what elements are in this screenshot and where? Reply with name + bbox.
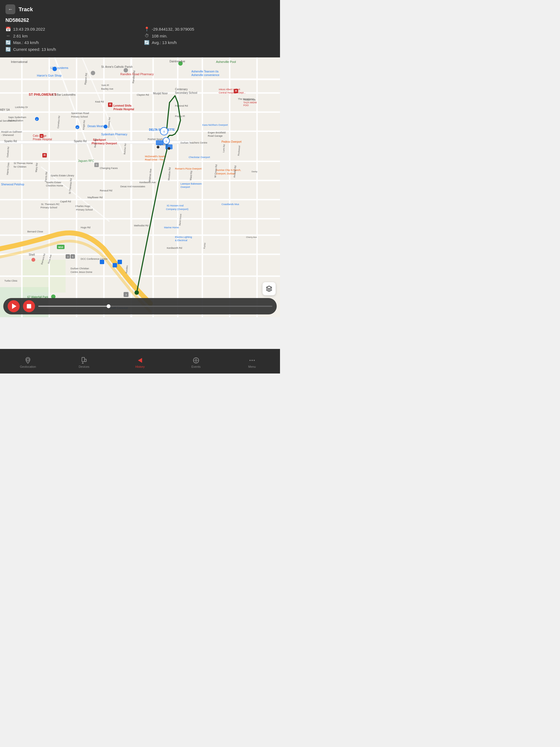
distance-icon: ↔	[5, 33, 11, 38]
svg-text:McDonald's Sparks: McDonald's Sparks	[145, 155, 166, 158]
svg-text:Overport, Durban: Overport, Durban	[216, 172, 235, 175]
device-id: ND586262	[5, 18, 275, 23]
svg-text:P: P	[36, 119, 37, 121]
coordinates-value: -29.844132, 30.979005	[152, 27, 194, 31]
duration-value: 108 min.	[152, 34, 168, 38]
nav-item-devices[interactable]: Devices	[56, 355, 112, 368]
svg-point-208	[253, 360, 255, 361]
svg-text:International: International	[11, 60, 28, 63]
nav-item-events[interactable]: Events	[168, 355, 224, 368]
events-icon	[193, 357, 200, 364]
svg-text:for Children: for Children	[14, 165, 27, 168]
svg-point-194	[27, 358, 29, 361]
timer-icon: ⏱	[144, 33, 150, 38]
svg-text:Renaud Rd: Renaud Rd	[100, 189, 112, 192]
svg-text:Secondary School: Secondary School	[175, 91, 197, 94]
menu-icon	[249, 357, 256, 364]
avg-speed-value: Avg.: 13 km/h	[152, 40, 177, 45]
svg-text:Centre Jesus Dome: Centre Jesus Dome	[71, 271, 93, 274]
geolocation-label: Geolocation	[20, 365, 36, 368]
svg-text:Locksley Dr: Locksley Dr	[15, 106, 28, 108]
nav-item-geolocation[interactable]: Geolocation	[0, 355, 56, 368]
svg-text:St Thomas Home: St Thomas Home	[14, 162, 33, 164]
history-label: History	[135, 365, 145, 368]
svg-text:Sydenham Pharmacy: Sydenham Pharmacy	[101, 133, 127, 136]
back-button[interactable]: ←	[5, 4, 15, 14]
svg-text:Cherry Ave: Cherry Ave	[246, 236, 257, 238]
svg-text:Sparks Estate: Sparks Estate	[46, 181, 61, 184]
svg-point-207	[251, 360, 252, 361]
info-grid: 📅 13:43 29.09.2022 📍 -29.844132, 30.9790…	[5, 27, 275, 52]
header: ← Track ND586262 📅 13:43 29.09.2022 📍 -2…	[0, 0, 280, 57]
map-container[interactable]: H H H International LNK systems Haron's …	[0, 57, 280, 317]
svg-text:H: H	[109, 103, 111, 106]
max-speed-row: 🔄 Max.: 43 km/h	[5, 40, 136, 45]
page-title: Track	[19, 6, 33, 12]
svg-text:Saps Sydenham: Saps Sydenham	[8, 116, 26, 119]
svg-text:Changing Faces: Changing Faces	[100, 167, 118, 170]
svg-text:P: P	[77, 127, 78, 129]
datetime-value: 13:43 29.09.2022	[13, 27, 45, 31]
svg-point-33	[124, 68, 128, 73]
svg-text:TAZA MIDW: TAZA MIDW	[244, 101, 257, 104]
svg-text:Asherville Pool: Asherville Pool	[216, 60, 236, 63]
header-top: ← Track	[5, 4, 275, 14]
svg-text:Haron's Gun Shop: Haron's Gun Shop	[37, 74, 61, 77]
nav-item-history[interactable]: History	[112, 355, 168, 368]
datetime-row: 📅 13:43 29.09.2022	[5, 27, 136, 32]
svg-marker-199	[138, 358, 142, 363]
progress-bar[interactable]	[38, 306, 272, 307]
bottom-nav: Geolocation Devices History Events	[0, 349, 280, 374]
svg-text:Hugo Rd: Hugo Rd	[81, 226, 91, 229]
svg-text:Road Garage: Road Garage	[208, 134, 223, 137]
svg-text:H: H	[44, 154, 45, 157]
svg-text:Sparks Rd: Sparks Rd	[4, 140, 17, 143]
layer-button[interactable]	[262, 282, 276, 295]
svg-text:Engen Brickfield: Engen Brickfield	[208, 131, 226, 134]
svg-text:IG Hoosen And: IG Hoosen And	[167, 204, 183, 207]
avg-speed-row: 🔄 Avg.: 13 km/h	[144, 40, 275, 45]
coordinates-row: 📍 -29.844132, 30.979005	[144, 27, 275, 32]
history-icon	[136, 357, 144, 364]
svg-rect-193	[118, 260, 122, 264]
progress-fill	[38, 306, 108, 307]
svg-text:Primary School: Primary School	[71, 115, 88, 118]
svg-text:Desai And Assossiates: Desai And Assossiates	[120, 185, 146, 188]
svg-text:Desais Meats: Desais Meats	[87, 125, 104, 128]
svg-text:Electra Lighting: Electra Lighting	[175, 236, 192, 238]
svg-text:Spearman Road: Spearman Road	[71, 112, 89, 114]
svg-text:ABY SA: ABY SA	[0, 108, 10, 111]
svg-text:Randles Road Pharmacy: Randles Road Pharmacy	[120, 73, 154, 76]
current-speed-row: 🔄 Current speed: 13 km/h	[5, 47, 136, 52]
svg-text:Checkstar Overport: Checkstar Overport	[189, 156, 210, 159]
svg-text:Turbo Clinic: Turbo Clinic	[4, 279, 18, 282]
svg-text:Capell Rd: Capell Rd	[60, 200, 71, 203]
svg-rect-195	[82, 357, 85, 361]
events-label: Events	[192, 365, 201, 368]
svg-text:Overport: Overport	[180, 186, 190, 188]
svg-text:Police Station: Police Station	[8, 119, 23, 122]
svg-text:Methodist Rd: Methodist Rd	[134, 224, 149, 227]
svg-text:S: S	[96, 163, 97, 166]
calendar-icon: 📅	[5, 27, 11, 32]
svg-text:Bernard Close: Bernard Close	[27, 230, 43, 233]
nav-item-menu[interactable]: Menu	[224, 355, 280, 368]
current-speed-icon: 🔄	[5, 47, 11, 52]
svg-text:i: i	[166, 140, 167, 143]
svg-text:Daintree Ave: Daintree Ave	[170, 60, 185, 63]
svg-rect-192	[113, 263, 117, 267]
svg-text:Charles Hugo: Charles Hugo	[75, 205, 90, 208]
svg-text:Pastoral Rd: Pastoral Rd	[175, 104, 188, 107]
devices-label: Devices	[79, 365, 90, 368]
svg-text:& Electrical: & Electrical	[175, 239, 187, 242]
svg-text:5: 5	[72, 255, 73, 258]
svg-text:Roman's Pizza Overport: Roman's Pizza Overport	[175, 168, 202, 170]
svg-text:St. Theresa's RC: St. Theresa's RC	[41, 203, 60, 206]
svg-text:H: H	[41, 135, 43, 137]
svg-text:Primary School: Primary School	[76, 208, 93, 211]
svg-text:Clayton Rd: Clayton Rd	[137, 94, 149, 96]
svg-text:York Pl: York Pl	[101, 84, 109, 87]
stop-button[interactable]	[23, 300, 35, 312]
play-button[interactable]	[8, 300, 20, 312]
svg-text:Darby: Darby	[252, 170, 257, 173]
